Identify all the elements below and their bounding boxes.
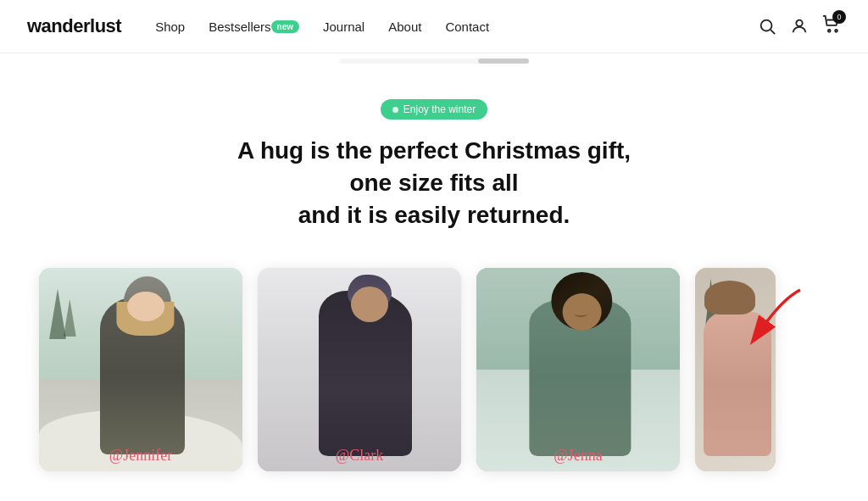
- badge-text: Enjoy the winter: [403, 103, 476, 115]
- card-1-photo: @Jennifer: [39, 268, 242, 471]
- main-nav: Shop Bestsellers new Journal About Conta…: [155, 19, 489, 34]
- card-4-photo: [695, 268, 776, 471]
- nav-item-about[interactable]: About: [388, 19, 421, 34]
- hero-badge: Enjoy the winter: [381, 99, 487, 120]
- nav-item-bestsellers[interactable]: Bestsellers: [209, 19, 270, 34]
- card-1-handle: @Jennifer: [109, 447, 173, 465]
- scroll-hint[interactable]: [339, 58, 529, 64]
- nav-item-contact[interactable]: Contact: [445, 19, 489, 34]
- card-jenna[interactable]: @Jenna: [476, 268, 680, 471]
- bestsellers-badge: new: [271, 20, 299, 33]
- card-clark[interactable]: @Clark: [258, 268, 461, 471]
- svg-point-4: [835, 30, 837, 32]
- scroll-thumb: [478, 58, 529, 64]
- scroll-hint-bar: [0, 53, 868, 69]
- header-icons: 0: [758, 15, 841, 37]
- cart-icon: [822, 22, 841, 36]
- search-icon[interactable]: [758, 17, 776, 36]
- hero-title-line1: A hug is the perfect Christmas gift, one…: [237, 137, 631, 196]
- card-4-partial[interactable]: [695, 268, 776, 471]
- header: wanderlust Shop Bestsellers new Journal …: [0, 0, 868, 53]
- card-2-handle: @Clark: [336, 447, 384, 465]
- header-left: wanderlust Shop Bestsellers new Journal …: [27, 15, 489, 37]
- hero-section: Enjoy the winter A hug is the perfect Ch…: [0, 69, 868, 248]
- hero-title-line2: and it is easily returned.: [298, 202, 570, 228]
- logo[interactable]: wanderlust: [27, 15, 121, 37]
- cart-count: 0: [832, 10, 846, 24]
- card-3-photo: @Jenna: [476, 268, 680, 471]
- card-jennifer[interactable]: @Jennifer: [39, 268, 242, 471]
- nav-item-shop[interactable]: Shop: [155, 19, 185, 34]
- card-3-handle: @Jenna: [554, 447, 603, 465]
- cards-section: @Jennifer @Clark: [0, 248, 868, 488]
- svg-line-1: [771, 30, 775, 34]
- card-2-photo: @Clark: [258, 268, 461, 471]
- svg-point-3: [828, 30, 831, 32]
- svg-point-0: [761, 20, 772, 31]
- cards-row: @Jennifer @Clark: [0, 268, 868, 471]
- cart-icon-wrap[interactable]: 0: [822, 15, 841, 37]
- user-icon[interactable]: [790, 17, 809, 36]
- badge-dot: [392, 107, 398, 113]
- nav-item-journal[interactable]: Journal: [323, 19, 364, 34]
- hero-title: A hug is the perfect Christmas gift, one…: [214, 135, 654, 231]
- svg-point-2: [796, 20, 802, 26]
